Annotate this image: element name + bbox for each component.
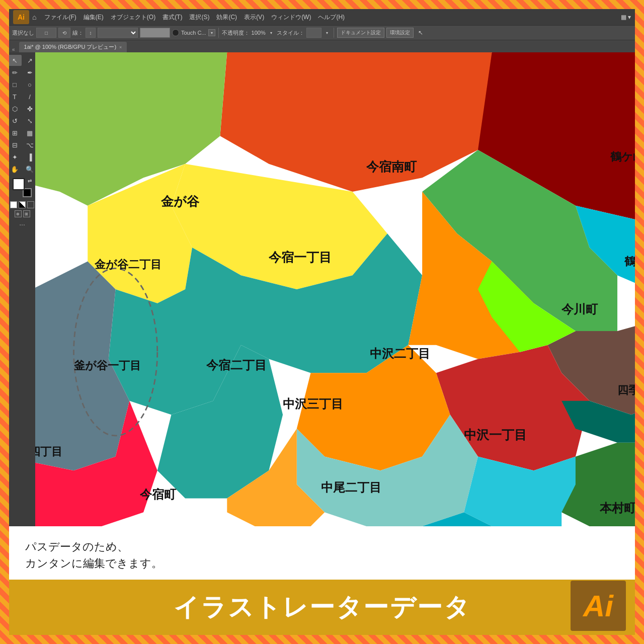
separator1 [218, 28, 219, 38]
ai-badge-text: Ai [583, 589, 613, 623]
clip-mask-btn[interactable] [27, 201, 34, 208]
paint-bucket[interactable]: ⬡ [9, 103, 22, 114]
label-nakao-2: 中尾二丁目 [321, 481, 381, 494]
color-preview[interactable] [140, 28, 170, 38]
label-nakazawa-3: 中沢三丁目 [283, 397, 343, 411]
label-imagawa: 今川町 [561, 303, 598, 316]
label-tsuruke: 鶴ケ [624, 255, 635, 268]
eyedropper[interactable]: ✤ [23, 103, 35, 114]
touch-dropdown-arrow[interactable]: ▾ [208, 29, 215, 36]
left-toolbar: ↖ ↗ ✏ ✒ □ ○ T / [9, 52, 35, 526]
style-preview[interactable] [306, 28, 321, 38]
menu-type[interactable]: 書式(T) [159, 11, 185, 24]
normal-mode-btn[interactable] [10, 201, 17, 208]
pencil-tool[interactable]: ✒ [23, 67, 35, 78]
label-dai-4: 台四丁目 [35, 445, 62, 458]
shape-selector[interactable]: □ [36, 28, 56, 38]
workspace: ↖ ↗ ✏ ✒ □ ○ T / [9, 52, 635, 526]
pen-tool[interactable]: ✏ [9, 67, 22, 78]
type-tool[interactable]: T [9, 91, 22, 102]
draw-mode-btn[interactable] [19, 201, 26, 208]
swap-colors-icon[interactable]: ⇄ [28, 178, 32, 184]
menu-help[interactable]: ヘルプ(H) [315, 11, 348, 24]
menu-effect[interactable]: 効果(C) [213, 11, 240, 24]
direct-selection-tool[interactable]: ↗ [23, 55, 35, 66]
fill-circle [172, 29, 179, 36]
fill-color[interactable] [13, 178, 25, 190]
blend-tools: ✦ ▐ [9, 151, 35, 163]
label-honmura: 本村町 [599, 502, 635, 515]
menu-window[interactable]: ウィンドウ(W) [268, 11, 314, 24]
label-kanegaya: 金が谷 [160, 194, 200, 208]
view-tools: ✋ 🔍 [9, 163, 35, 175]
zoom-tool[interactable]: 🔍 [23, 164, 35, 175]
selection-tool[interactable]: ↖ [9, 55, 22, 66]
opacity-arrow[interactable]: ▾ [268, 29, 275, 36]
collapse-btn[interactable]: « [12, 47, 15, 52]
tab-label: 1ai* @ 100% (RGB/GPU プレビュー) [24, 43, 117, 51]
description-line2: カンタンに編集できます。 [25, 555, 270, 572]
stroke-up-btn[interactable]: ↕ [86, 28, 96, 38]
menu-object[interactable]: オブジェクト(O) [108, 11, 158, 24]
outer-frame: Ai ⌂ ファイル(F) 編集(E) オブジェクト(O) 書式(T) 選択(S)… [0, 0, 644, 644]
tab-close-btn[interactable]: × [119, 45, 122, 50]
opacity-value: 100% [252, 30, 266, 36]
warp-tool[interactable]: ⊞ [9, 127, 22, 138]
menu-edit[interactable]: 編集(E) [80, 11, 107, 24]
home-icon[interactable]: ⌂ [32, 13, 36, 21]
shape-tools: □ ○ [9, 78, 35, 91]
ai-badge: Ai [571, 581, 626, 631]
separator2 [334, 28, 334, 38]
symbol-tool[interactable]: ⌥ [23, 139, 35, 150]
graph-tool[interactable]: ▦ [23, 127, 35, 138]
tab-bar: « 1ai* @ 100% (RGB/GPU プレビュー) × [9, 40, 635, 52]
menu-file[interactable]: ファイル(F) [41, 11, 79, 24]
control-bar: 選択なし □ ⟲ 線： ↕ Touch C... ▾ [9, 25, 635, 40]
color-selector: ⇄ [13, 178, 32, 197]
grid-icon[interactable]: ▦ ▾ [621, 14, 631, 21]
type-tools: T / [9, 91, 35, 103]
doc-settings-btn[interactable]: ドキュメント設定 [337, 28, 384, 38]
screen-mode-btns: ⊕ ⊞ [15, 210, 30, 217]
stroke-dropdown[interactable] [98, 28, 138, 38]
env-settings-btn[interactable]: 環境設定 [386, 28, 414, 38]
description-line1: パスデータのため、 [25, 538, 270, 555]
rotate-tools: ↺ ⤡ [9, 115, 35, 127]
label-imashuku-machi: 今宿町 [139, 488, 177, 501]
selection-label: 選択なし [12, 29, 34, 37]
screen-mode-1[interactable]: ⊕ [15, 210, 22, 217]
line-tool[interactable]: / [23, 91, 35, 102]
scale-tool[interactable]: ⤡ [23, 115, 35, 126]
style-label: スタイル： [277, 29, 304, 37]
paint-tools: ⬡ ✤ [9, 103, 35, 115]
map-svg: 金が谷 今宿南町 鶴ケ岫 鶴ケ 金が谷二丁目 今宿一丁目 今川町 釜が谷一丁目 … [35, 52, 635, 526]
bottom-section: パスデータのため、 カンタンに編集できます。 [9, 526, 635, 580]
label-nakazawa-2: 中沢二丁目 [370, 347, 430, 360]
stroke-label: 線： [72, 29, 84, 37]
menu-view[interactable]: 表示(V) [241, 11, 267, 24]
map-canvas: 金が谷 今宿南町 鶴ケ岫 鶴ケ 金が谷二丁目 今宿一丁目 今川町 釜が谷一丁目 … [35, 52, 635, 526]
canvas-area[interactable]: 金が谷 今宿南町 鶴ケ岫 鶴ケ 金が谷二丁目 今宿一丁目 今川町 釜が谷一丁目 … [35, 52, 635, 526]
label-kamagaya-1: 釜が谷一丁目 [74, 359, 141, 372]
golden-bar-title: イラストレーターデータ [174, 591, 471, 624]
ai-application: Ai ⌂ ファイル(F) 編集(E) オブジェクト(O) 書式(T) 選択(S)… [9, 9, 635, 526]
document-tab[interactable]: 1ai* @ 100% (RGB/GPU プレビュー) × [19, 42, 127, 52]
style-arrow[interactable]: ▾ [324, 29, 331, 36]
label-imashuku-1: 今宿一丁目 [268, 250, 332, 264]
menu-select[interactable]: 選択(S) [186, 11, 212, 24]
ellipse-tool[interactable]: ○ [23, 79, 35, 90]
column-graph[interactable]: ▐ [23, 151, 35, 163]
label-kanegaya-2: 金が谷二丁目 [94, 258, 162, 271]
label-shiki: 四季美台 [617, 384, 635, 396]
rotate-tool[interactable]: ↺ [9, 115, 22, 126]
hand-tool[interactable]: ✋ [9, 164, 22, 175]
touch-label: Touch C... [181, 30, 206, 36]
arrow-icon[interactable]: ↖ [416, 28, 426, 38]
transform-btn[interactable]: ⟲ [58, 28, 70, 38]
blend-tool[interactable]: ✦ [9, 151, 22, 163]
label-imashuku-minami: 今宿南町 [366, 159, 417, 174]
screen-mode-2[interactable]: ⊞ [23, 210, 30, 217]
perspective-grid[interactable]: ⊟ [9, 139, 22, 150]
rect-tool[interactable]: □ [9, 79, 22, 90]
more-tools-btn[interactable]: ··· [19, 220, 25, 228]
